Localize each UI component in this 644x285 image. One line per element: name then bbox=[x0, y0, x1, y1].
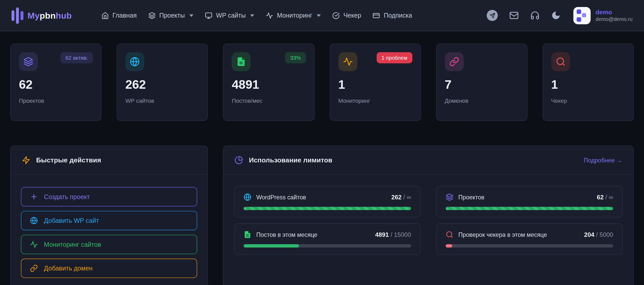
progress-bar bbox=[446, 207, 613, 210]
button-label: Добавить домен bbox=[44, 265, 93, 272]
limit-value: 4891 / 15000 bbox=[375, 231, 411, 238]
stat-value: 1 bbox=[338, 78, 412, 92]
nav-item-checker[interactable]: Чекер bbox=[328, 8, 365, 23]
stat-value: 62 bbox=[19, 78, 93, 92]
add-wp-site-button[interactable]: Добавить WP сайт bbox=[21, 211, 197, 230]
button-label: Создать проект bbox=[44, 193, 90, 200]
header-actions: demo demo@demo.ru bbox=[487, 7, 633, 24]
stat-value: 262 bbox=[125, 78, 199, 92]
nav-label: WP сайты bbox=[216, 12, 246, 19]
stat-label: Мониторинг bbox=[338, 97, 412, 104]
user-name: demo bbox=[596, 8, 633, 16]
stat-card-projects[interactable]: 62 актив. 62 Проектов bbox=[10, 44, 101, 121]
check-circle-icon bbox=[332, 12, 340, 19]
moon-icon[interactable] bbox=[551, 10, 561, 20]
main-nav: Главная Проекты WP сайты Мониторинг Чеке… bbox=[97, 8, 416, 23]
layers-icon bbox=[148, 12, 156, 19]
link-icon bbox=[445, 52, 463, 71]
stat-label: WP сайтов bbox=[125, 97, 199, 104]
screen: Mypbnhub Главная Проекты WP сайты Монито… bbox=[0, 0, 644, 285]
nav-item-home[interactable]: Главная bbox=[97, 8, 141, 23]
limit-label: WordPress сайтов bbox=[256, 194, 306, 200]
limits-grid: WordPress сайтов 262 / ∞ Проектов 62 / ∞ bbox=[223, 175, 633, 266]
stat-value: 7 bbox=[445, 78, 519, 92]
mail-icon[interactable] bbox=[509, 10, 519, 20]
globe-icon bbox=[243, 193, 251, 201]
link-icon bbox=[30, 264, 38, 272]
file-text-icon bbox=[232, 52, 251, 71]
button-label: Мониторинг сайтов bbox=[44, 241, 101, 248]
status-badge: 62 актив. bbox=[61, 52, 93, 63]
file-text-icon bbox=[243, 231, 251, 239]
limit-card-posts-month: Постов в этом месяце 4891 / 15000 bbox=[234, 223, 420, 255]
globe-icon bbox=[125, 52, 144, 71]
globe-icon bbox=[30, 217, 38, 225]
limit-card-projects: Проектов 62 / ∞ bbox=[436, 186, 623, 217]
nav-label: Проекты bbox=[159, 12, 185, 19]
limit-card-checker-month: Проверок чекера в этом месяце 204 / 5000 bbox=[436, 223, 623, 255]
progress-fill bbox=[446, 244, 452, 248]
avatar bbox=[573, 7, 591, 24]
top-navbar: Mypbnhub Главная Проекты WP сайты Монито… bbox=[0, 0, 644, 31]
stats-row: 62 актив. 62 Проектов 262 WP сайтов bbox=[10, 44, 634, 121]
plus-icon bbox=[30, 193, 38, 201]
limit-value: 62 / ∞ bbox=[597, 194, 613, 201]
stat-card-wp-sites[interactable]: 262 WP сайтов bbox=[117, 44, 208, 121]
stat-label: Проектов bbox=[19, 97, 93, 104]
stat-label: Чекер bbox=[551, 97, 625, 104]
panel-title: Быстрые действия bbox=[36, 156, 101, 164]
quick-actions-panel: Быстрые действия Создать проект Добавить… bbox=[10, 146, 208, 285]
stat-card-domains[interactable]: 7 Доменов bbox=[436, 44, 527, 121]
telegram-icon[interactable] bbox=[487, 10, 498, 21]
lightning-icon bbox=[22, 156, 30, 164]
stat-card-posts[interactable]: 33% 4891 Постов/мес bbox=[223, 44, 314, 121]
user-info: demo demo@demo.ru bbox=[596, 8, 633, 23]
limits-panel: Использование лимитов Подробнее → WordPr… bbox=[223, 146, 634, 285]
stat-card-checker[interactable]: 1 Чекер bbox=[542, 44, 634, 121]
bars-logo-icon bbox=[11, 7, 23, 24]
user-menu[interactable]: demo demo@demo.ru bbox=[573, 7, 633, 24]
limit-label: Постов в этом месяце bbox=[256, 231, 317, 238]
headphones-icon[interactable] bbox=[530, 10, 540, 20]
limit-card-wordpress-sites: WordPress сайтов 262 / ∞ bbox=[234, 186, 420, 217]
limit-label: Проверок чекера в этом месяце bbox=[458, 231, 547, 238]
home-icon bbox=[101, 12, 109, 19]
progress-bar bbox=[243, 207, 411, 210]
activity-icon bbox=[30, 241, 38, 249]
progress-fill bbox=[446, 207, 613, 210]
chevron-down-icon bbox=[189, 14, 193, 17]
nav-item-monitoring[interactable]: Мониторинг bbox=[262, 8, 325, 23]
chevron-down-icon bbox=[250, 14, 254, 17]
create-project-button[interactable]: Создать проект bbox=[21, 187, 197, 206]
stat-card-monitoring[interactable]: 1 проблем 1 Мониторинг bbox=[330, 44, 421, 121]
progress-fill bbox=[243, 244, 299, 248]
nav-label: Мониторинг bbox=[277, 12, 312, 19]
nav-item-subscription[interactable]: Подписка bbox=[368, 8, 416, 23]
monitoring-sites-button[interactable]: Мониторинг сайтов bbox=[21, 235, 197, 254]
main-content: 62 актив. 62 Проектов 262 WP сайтов bbox=[0, 31, 644, 285]
nav-item-projects[interactable]: Проекты bbox=[144, 8, 198, 23]
search-icon bbox=[551, 52, 570, 71]
user-email: demo@demo.ru bbox=[596, 16, 633, 23]
stat-label: Постов/мес bbox=[232, 97, 306, 104]
chevron-down-icon bbox=[317, 14, 321, 17]
stat-value: 1 bbox=[551, 78, 625, 92]
logo[interactable]: Mypbnhub bbox=[11, 7, 72, 24]
logo-text: Mypbnhub bbox=[28, 10, 72, 20]
activity-icon bbox=[266, 12, 273, 19]
limits-more-link[interactable]: Подробнее → bbox=[584, 157, 622, 163]
button-label: Добавить WP сайт bbox=[44, 217, 99, 224]
nav-item-wp-sites[interactable]: WP сайты bbox=[201, 8, 258, 23]
nav-label: Чекер bbox=[344, 12, 361, 19]
status-badge: 33% bbox=[285, 52, 306, 63]
add-domain-button[interactable]: Добавить домен bbox=[21, 259, 197, 278]
layers-icon bbox=[446, 193, 454, 201]
pie-chart-icon bbox=[235, 156, 243, 164]
dashboard-page: Mypbnhub Главная Проекты WP сайты Монито… bbox=[0, 0, 644, 285]
progress-bar bbox=[243, 244, 411, 248]
limit-value: 204 / 5000 bbox=[584, 231, 613, 238]
limit-value: 262 / ∞ bbox=[391, 194, 411, 201]
alert-badge: 1 проблем bbox=[377, 52, 412, 63]
limit-label: Проектов bbox=[458, 194, 484, 200]
nav-label: Подписка bbox=[384, 12, 412, 19]
